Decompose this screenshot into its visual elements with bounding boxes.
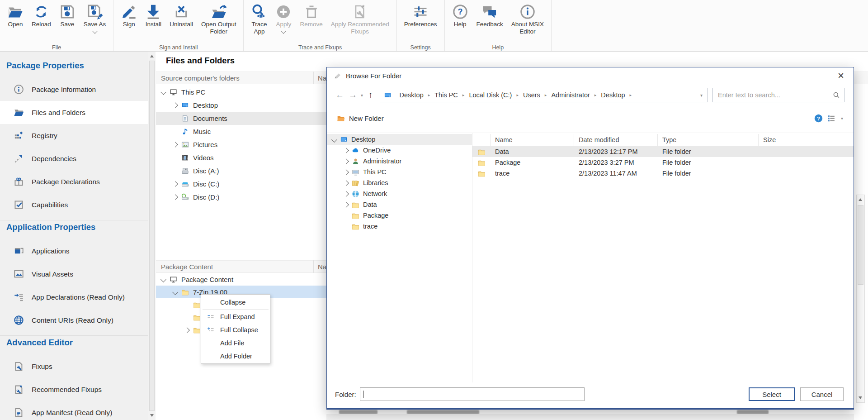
dialog-tree-item-libraries[interactable]: Libraries [327,177,472,188]
address-dropdown-icon[interactable]: ▾ [700,93,704,98]
view-options-icon[interactable] [827,114,835,123]
sidebar-item-files-and-folders[interactable]: Files and Folders [0,101,148,124]
chevron-down-icon[interactable] [92,29,97,33]
sidebar-scrollbar[interactable] [148,52,156,420]
context-menu-item-collapse[interactable]: Collapse [201,296,270,309]
dialog-tree-item-trace[interactable]: trace [327,221,472,232]
scroll-down-icon[interactable] [150,414,154,417]
new-folder-button[interactable]: New Folder [333,112,387,124]
scroll-up-icon[interactable] [859,198,862,201]
sidebar-item-package-declarations[interactable]: Package Declarations [0,170,148,193]
dialog-tree-item-network[interactable]: Network [327,188,472,199]
breadcrumb-item-this-pc[interactable]: This PC [430,91,462,99]
scrollbar-thumb[interactable] [149,61,155,411]
chevron-right-icon[interactable] [172,194,178,200]
file-row-data[interactable]: Data2/13/2023 12:17 PMFile folder [472,146,854,157]
column-header-name[interactable]: Name [491,134,574,146]
column-header-date-modified[interactable]: Date modified [574,134,658,146]
chevron-right-icon[interactable] [343,148,349,153]
chevron-right-icon[interactable] [343,158,349,164]
sidebar-item-registry[interactable]: Registry [0,124,148,147]
context-menu-item-full-expand[interactable]: Full Expand [201,310,270,323]
view-options-dropdown-icon[interactable]: ▾ [840,116,844,121]
dialog-tree-item-package[interactable]: Package [327,210,472,221]
column-header-size[interactable]: Size [759,134,854,146]
chevron-right-icon[interactable] [343,191,349,197]
ribbon-button-apply[interactable]: Apply [271,2,296,33]
scroll-down-icon[interactable] [859,396,862,399]
chevron-down-icon[interactable] [160,89,166,95]
ribbon-button-trace-app[interactable]: Trace App [247,2,271,35]
chevron-down-icon[interactable] [160,277,166,282]
sidebar-item-applications[interactable]: Applications [0,239,148,262]
dialog-tree-item-onedrive[interactable]: OneDrive [327,145,472,156]
ribbon-button-install[interactable]: Install [141,2,165,28]
breadcrumb-item-desktop[interactable]: Desktop [395,91,428,99]
chevron-right-icon[interactable] [343,169,349,175]
sidebar-item-app-manifest-read-only[interactable]: App Manifest (Read Only) [0,401,148,420]
close-icon[interactable]: × [835,69,847,82]
ribbon-button-feedback[interactable]: Feedback [472,2,507,28]
chevron-right-icon[interactable] [343,180,349,186]
sidebar-item-recommended-fixups[interactable]: Recommended Fixups [0,378,148,401]
address-bar[interactable]: Desktop▸This PC▸Local Disk (C:)▸Users▸Ad… [380,88,708,102]
dialog-tree-item-desktop[interactable]: Desktop [327,134,472,145]
history-dropdown-icon[interactable]: ▾ [359,93,364,98]
ribbon-button-about-msix-editor[interactable]: About MSIX Editor [507,2,548,35]
help-icon[interactable]: ? [814,114,823,123]
chevron-right-icon[interactable] [172,102,178,108]
chevron-right-icon[interactable] [343,202,349,208]
dialog-tree-item-administrator[interactable]: Administrator [327,156,472,167]
column-header-icon[interactable] [472,134,491,146]
folder-input[interactable] [360,387,585,401]
sidebar-item-content-uris-read-only[interactable]: Content URIs (Read Only) [0,309,148,332]
column-header-type[interactable]: Type [658,134,759,146]
sidebar-item-app-declarations-read-only[interactable]: App Declarations (Read Only) [0,286,148,309]
search-input[interactable] [717,91,833,99]
breadcrumb-item-administrator[interactable]: Administrator [547,91,594,99]
ribbon-button-save-as[interactable]: Save As [80,2,110,33]
ribbon-button-save[interactable]: Save [55,2,80,28]
chevron-right-icon[interactable] [184,327,190,333]
scrollbar-thumb[interactable] [858,205,863,285]
sidebar-item-visual-assets[interactable]: Visual Assets [0,262,148,286]
scroll-up-icon[interactable] [150,55,154,57]
breadcrumb-item-local-disk-c[interactable]: Local Disk (C:) [464,91,516,99]
back-icon[interactable]: ← [333,90,346,100]
dialog-tree-item-this-pc[interactable]: This PC [327,167,472,177]
ribbon-button-uninstall[interactable]: Uninstall [165,2,197,28]
ribbon-button-preferences[interactable]: Preferences [400,2,441,28]
ribbon-button-apply-recommended-fixups[interactable]: Apply Recommended Fixups [327,2,393,35]
select-button[interactable]: Select [749,387,795,401]
ribbon-button-sign[interactable]: Sign [117,2,141,28]
breadcrumb-item-users[interactable]: Users [519,91,545,99]
chevron-right-icon[interactable] [172,181,178,187]
context-menu-item-add-file[interactable]: Add File [201,336,270,349]
ribbon-button-reload[interactable]: Reload [28,2,55,28]
cell-name: Data [491,148,574,155]
chevron-right-icon[interactable] [172,142,178,148]
forward-icon[interactable]: → [346,90,359,100]
file-row-package[interactable]: Package2/13/2023 3:27 PMFile folder [472,157,854,168]
search-icon[interactable] [833,91,840,99]
up-icon[interactable]: ↑ [364,90,377,100]
sidebar-item-fixups[interactable]: Fixups [0,355,148,378]
chevron-down-icon[interactable] [172,289,178,295]
cancel-button[interactable]: Cancel [800,387,844,401]
sidebar-item-package-information[interactable]: Package Information [0,78,148,101]
dialog-title-bar[interactable]: Browse For Folder [327,67,854,84]
file-row-trace[interactable]: trace2/13/2023 11:47 AMFile folder [472,168,854,179]
ribbon-button-open[interactable]: Open [3,2,28,28]
context-menu-item-add-folder[interactable]: Add Folder [201,349,270,363]
sidebar-item-capabilities[interactable]: Capabilities [0,193,148,216]
context-menu-item-full-collapse[interactable]: Full Collapse [201,323,270,336]
dialog-tree-item-data[interactable]: Data [327,199,472,210]
chevron-down-icon[interactable] [281,29,286,33]
ribbon-button-open-output-folder[interactable]: Open Output Folder [197,2,240,35]
ribbon-button-help[interactable]: ?Help [448,2,472,28]
background-scrollbar[interactable] [856,195,865,403]
breadcrumb-item-desktop[interactable]: Desktop [596,91,629,99]
ribbon-button-remove[interactable]: Remove [296,2,326,28]
sidebar-item-dependencies[interactable]: Dependencies [0,147,148,170]
chevron-down-icon[interactable] [331,137,337,143]
